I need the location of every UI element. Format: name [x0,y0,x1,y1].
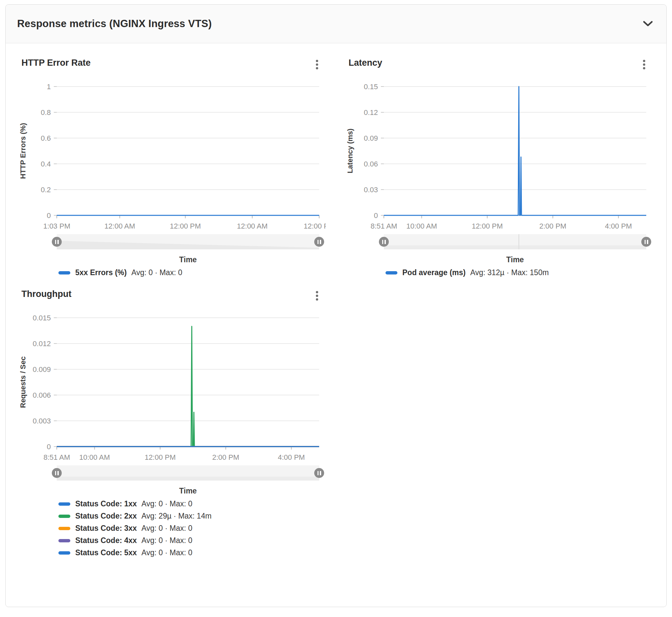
brush-handle-left[interactable] [379,237,389,247]
chart-card-latency: Latency 00.030.060.090.120.158:51 AM10:0… [343,58,657,277]
panel-title: Response metrics (NGINX Ingress VTS) [17,18,212,30]
y-tick-label: 0.4 [41,160,51,168]
latency-plot[interactable]: 00.030.060.090.120.158:51 AM10:00 AM12:0… [343,75,653,230]
y-tick-label: 0.015 [33,314,51,322]
legend-stats: Avg: 0 · Max: 0 [141,524,193,533]
kebab-menu-icon[interactable] [641,58,647,71]
legend-swatch [58,502,70,506]
y-tick-label: 0.009 [33,365,51,374]
legend-swatch [58,539,70,542]
x-tick-label: 8:51 AM [44,453,70,461]
y-tick-label: 0 [374,211,378,220]
y-axis-title: Requests / Sec [19,356,27,408]
x-tick-label: 12:00 AM [237,222,268,230]
y-tick-label: 0.2 [41,186,51,194]
y-tick-label: 0.06 [364,160,378,168]
legend-swatch [58,551,70,555]
brush-preview [384,234,646,249]
charts-grid: HTTP Error Rate 00.20.40.60.811:03 PM12:… [6,43,666,557]
brush-preview [57,465,319,480]
empty-grid-cell [343,277,657,557]
brush-handle-left[interactable] [52,468,62,478]
y-tick-label: 1 [47,82,51,91]
chart-legend: Status Code: 1xxAvg: 0 · Max: 0Status Co… [58,499,329,557]
chart-title: Latency [349,58,382,68]
legend-item: Status Code: 4xxAvg: 0 · Max: 0 [58,536,329,545]
legend-item: Status Code: 3xxAvg: 0 · Max: 0 [58,524,329,533]
legend-label: 5xx Errors (%) [75,268,127,277]
chevron-down-icon[interactable] [643,20,653,27]
brush-handle-right[interactable] [314,237,324,247]
y-tick-label: 0.012 [33,340,51,348]
x-tick-label: 12:00 PM [144,453,176,461]
chart-legend: Pod average (ms)Avg: 312µ · Max: 150m [385,268,657,277]
x-tick-label: 2:00 PM [539,222,566,230]
legend-item: Status Code: 5xxAvg: 0 · Max: 0 [58,548,329,557]
y-tick-label: 0.03 [364,186,378,194]
chart-header: Throughput [15,289,329,306]
y-tick-label: 0.15 [364,82,378,91]
legend-label: Status Code: 3xx [75,524,137,533]
legend-stats: Avg: 312µ · Max: 150m [470,268,549,277]
y-tick-label: 0.003 [33,417,51,425]
legend-stats: Avg: 0 · Max: 0 [141,536,193,545]
legend-stats: Avg: 0 · Max: 0 [141,499,193,508]
y-tick-label: 0 [47,211,51,220]
legend-swatch [385,271,397,274]
kebab-menu-icon[interactable] [314,58,320,71]
chart-header: HTTP Error Rate [15,58,329,75]
y-tick-label: 0.006 [33,391,51,399]
time-range-brush[interactable] [384,234,646,249]
brush-handle-right[interactable] [641,237,651,247]
legend-label: Status Code: 2xx [75,511,137,521]
chart-card-throughput: Throughput 00.0030.0060.0090.0120.0158:5… [15,289,329,557]
x-axis-title: Time [57,486,319,495]
legend-label: Status Code: 1xx [75,499,137,508]
y-tick-label: 0.8 [41,108,51,117]
y-tick-label: 0.12 [364,108,378,117]
x-tick-label: 12:00 PM [170,222,201,230]
legend-label: Pod average (ms) [402,268,466,277]
throughput-plot[interactable]: 00.0030.0060.0090.0120.0158:51 AM10:00 A… [15,306,326,461]
legend-item: Status Code: 2xxAvg: 29µ · Max: 14m [58,511,329,521]
legend-swatch [58,527,70,530]
x-tick-label: 10:00 AM [79,453,110,461]
x-tick-label: 1:03 PM [43,222,70,230]
legend-item: Status Code: 1xxAvg: 0 · Max: 0 [58,499,329,508]
y-tick-label: 0.09 [364,134,378,142]
x-tick-label: 8:51 AM [371,222,397,230]
series-line [57,326,319,447]
brush-handle-left[interactable] [52,237,62,247]
time-range-brush[interactable] [57,465,319,480]
y-axis-title: Latency (ms) [346,129,354,173]
y-tick-label: 0.6 [41,134,51,142]
chart-legend: 5xx Errors (%)Avg: 0 · Max: 0 [58,268,329,277]
http-error-rate-plot[interactable]: 00.20.40.60.811:03 PM12:00 AM12:00 PM12:… [15,75,326,230]
y-axis-title: HTTP Errors (%) [19,123,27,179]
x-tick-label: 12:00 PM [304,222,326,230]
brush-handle-right[interactable] [314,468,324,478]
legend-stats: Avg: 0 · Max: 0 [131,268,182,277]
response-metrics-panel: Response metrics (NGINX Ingress VTS) HTT… [5,4,667,607]
kebab-menu-icon[interactable] [314,290,320,302]
x-tick-label: 10:00 AM [406,222,437,230]
panel-header[interactable]: Response metrics (NGINX Ingress VTS) [6,5,666,43]
series-line [384,86,646,215]
legend-label: Status Code: 4xx [75,536,137,545]
legend-stats: Avg: 29µ · Max: 14m [141,511,212,521]
chart-title: Throughput [21,289,71,299]
legend-swatch [58,515,70,518]
chart-title: HTTP Error Rate [21,58,91,68]
legend-item: Pod average (ms)Avg: 312µ · Max: 150m [385,268,657,277]
brush-preview [57,234,319,249]
x-tick-label: 12:00 AM [104,222,135,230]
legend-item: 5xx Errors (%)Avg: 0 · Max: 0 [58,268,329,277]
chart-card-http-error-rate: HTTP Error Rate 00.20.40.60.811:03 PM12:… [15,58,329,277]
x-tick-label: 2:00 PM [212,453,239,461]
x-tick-label: 12:00 PM [472,222,503,230]
legend-stats: Avg: 0 · Max: 0 [141,548,193,557]
time-range-brush[interactable] [57,234,319,249]
y-tick-label: 0 [47,443,51,451]
chart-header: Latency [343,58,657,75]
x-axis-title: Time [57,255,319,264]
